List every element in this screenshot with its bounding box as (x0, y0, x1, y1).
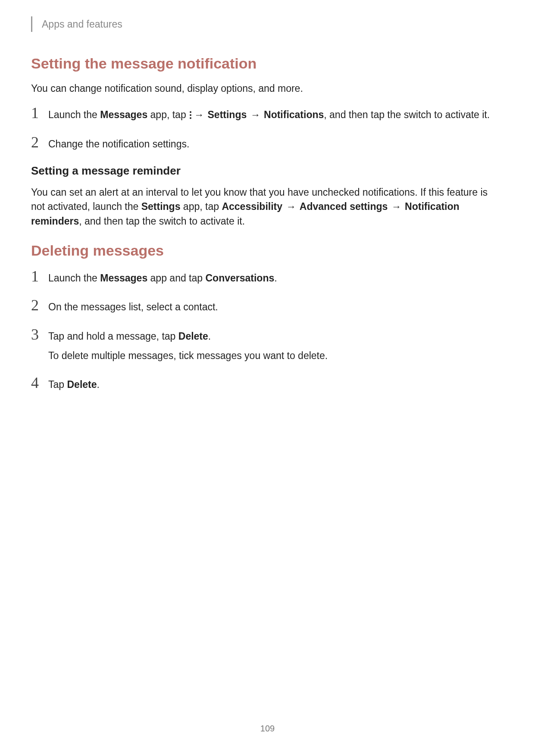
breadcrumb: Apps and features (42, 19, 122, 30)
step-number: 2 (31, 297, 46, 313)
steps-notification: 1 Launch the Messages app, tap → Setting… (31, 105, 504, 151)
header-bar-icon (31, 16, 32, 32)
intro-text: You can change notification sound, displ… (31, 81, 504, 96)
text: app, tap (147, 109, 189, 120)
heading-deleting: Deleting messages (31, 242, 504, 259)
bold-text: Conversations (205, 272, 274, 284)
page-number: 109 (0, 724, 535, 734)
section-deleting: Deleting messages 1 Launch the Messages … (31, 242, 504, 392)
bold-text: Messages (100, 272, 147, 284)
text: Launch the (48, 109, 100, 120)
text: . (208, 331, 211, 342)
bold-text: Messages (100, 109, 147, 120)
text: Tap and hold a message, tap (48, 331, 178, 342)
step-item: 1 Launch the Messages app and tap Conver… (31, 269, 504, 285)
bold-text: Delete (67, 379, 97, 390)
step-item: 3 Tap and hold a message, tap Delete. To… (31, 327, 504, 363)
step-number: 3 (31, 327, 46, 342)
arrow-icon: → (391, 201, 402, 212)
bold-text: Settings (141, 201, 181, 212)
steps-deleting: 1 Launch the Messages app and tap Conver… (31, 269, 504, 392)
step-content: Launch the Messages app, tap → Settings … (48, 105, 490, 122)
step-number: 1 (31, 105, 46, 121)
bold-text: Delete (178, 331, 208, 342)
heading-notification: Setting the message notification (31, 55, 504, 72)
text: , and then tap the switch to activate it… (79, 216, 245, 227)
text: Launch the (48, 272, 100, 284)
more-options-icon (190, 111, 191, 119)
bold-text: Notifications (264, 109, 324, 120)
text: , and then tap the switch to activate it… (324, 109, 490, 120)
arrow-icon: → (250, 109, 261, 120)
step-content: Launch the Messages app and tap Conversa… (48, 269, 277, 285)
arrow-icon: → (193, 109, 205, 120)
page-header: Apps and features (31, 16, 504, 32)
step-item: 2 On the messages list, select a contact… (31, 297, 504, 314)
text: Tap (48, 379, 67, 390)
step-number: 2 (31, 134, 46, 150)
section-notification: Setting the message notification You can… (31, 55, 504, 228)
step-item: 4 Tap Delete. (31, 375, 504, 392)
sub-text: To delete multiple messages, tick messag… (48, 349, 328, 363)
step-content: Tap and hold a message, tap Delete. To d… (48, 327, 328, 363)
step-content: Change the notification settings. (48, 134, 189, 151)
step-item: 2 Change the notification settings. (31, 134, 504, 151)
step-content: On the messages list, select a contact. (48, 297, 218, 314)
text: . (274, 272, 277, 284)
step-item: 1 Launch the Messages app, tap → Setting… (31, 105, 504, 122)
step-content: Tap Delete. (48, 375, 100, 392)
subheading-reminder: Setting a message reminder (31, 164, 504, 178)
text: . (97, 379, 100, 390)
reminder-paragraph: You can set an alert at an interval to l… (31, 185, 504, 228)
text: app and tap (147, 272, 205, 284)
text: app, tap (180, 201, 222, 212)
bold-text: Settings (208, 109, 247, 120)
bold-text: Advanced settings (300, 201, 388, 212)
bold-text: Accessibility (222, 201, 282, 212)
step-number: 4 (31, 375, 46, 390)
step-number: 1 (31, 269, 46, 284)
arrow-icon: → (285, 201, 297, 212)
